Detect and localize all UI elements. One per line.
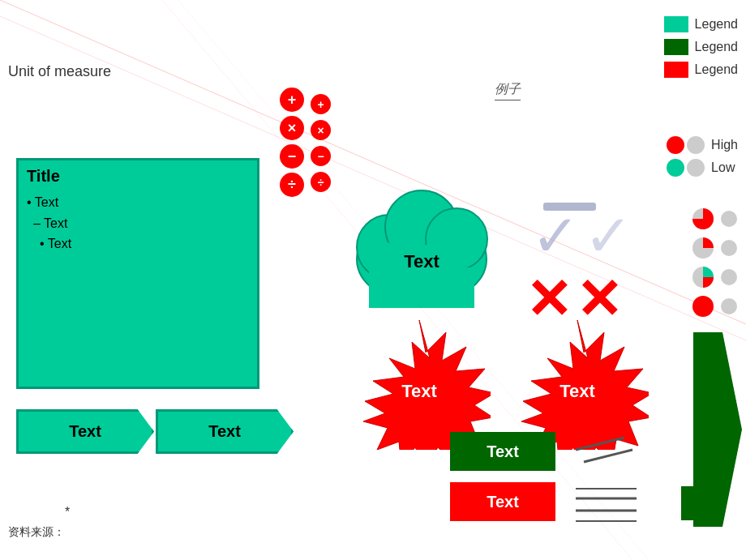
legend-box-1 [664,16,688,32]
green-text: Text [487,442,519,461]
op-minus-right: − [311,146,331,166]
small-circle-1 [720,210,738,228]
svg-line-24 [576,438,624,450]
cloud-container: Text [337,170,507,315]
unit-of-measure-label: Unit of measure [8,63,111,80]
pie-row-2 [691,236,738,260]
op-divide-right: ÷ [311,172,331,192]
process-box-left: Text [16,409,154,454]
legend-item-3: Legend [664,62,738,78]
title-box-title: Title [19,160,257,189]
title-box-content: • Text – Text • Text [19,189,257,258]
process-box-right: Text [156,409,294,454]
svg-point-7 [721,240,737,256]
small-circle-3 [720,268,738,286]
bullet-1: • Text [27,192,249,213]
small-circle-4 [720,297,738,315]
pie-chart-4 [691,294,715,318]
svg-text:Text: Text [560,381,595,401]
legend-label-2: Legend [695,40,738,54]
legend-box-2 [664,39,688,55]
parallel-lines-svg [572,434,653,531]
high-legend-item: High [667,136,738,154]
op-plus-right: + [311,94,331,114]
reizi-label: 例子 [495,81,521,100]
footer-star: * [65,505,70,519]
pie-chart-1 [691,207,715,231]
op-times-left: × [280,116,304,140]
starburst-right: Text [507,316,649,450]
high-label: High [711,138,738,152]
low-label: Low [711,160,735,175]
starburst-left-svg: Text [349,316,491,450]
legend-label-3: Legend [695,62,738,77]
checkmarks-area: ✓ ✓ [531,207,632,265]
legend-box-3 [664,62,688,78]
op-divide-left: ÷ [280,173,304,197]
legend-item-1: Legend [664,16,738,32]
cloud-svg: Text [337,170,507,312]
title-box: Title • Text – Text • Text [16,158,259,389]
pie-row-3 [691,265,738,289]
low-legend-item: Low [667,159,738,177]
pie-chart-3 [691,265,715,289]
svg-text:Text: Text [401,381,437,401]
pie-chart-2 [691,236,715,260]
small-circle-2 [720,239,738,257]
op-minus-left: − [280,144,304,169]
process-box: Text Text [16,409,294,454]
svg-line-25 [584,450,632,462]
pie-row-4 [691,294,738,318]
text-box-red: Text [450,482,555,521]
op-plus-left: + [280,88,304,112]
bullet-2: – Text [27,213,249,234]
svg-text:Text: Text [404,251,439,271]
legend-item-2: Legend [664,39,738,55]
starburst-left: Text [349,316,491,450]
svg-rect-18 [369,267,474,308]
legend-label-1: Legend [695,17,738,32]
text-box-green: Text [450,432,555,471]
svg-point-11 [721,298,737,314]
footer-source-label: 资料来源： [8,525,65,540]
svg-point-9 [721,269,737,285]
svg-point-5 [721,211,737,227]
legend-area: Legend Legend Legend [664,16,738,78]
svg-point-10 [692,296,714,317]
checkmark-1: ✓ [531,207,580,265]
starburst-right-svg: Text [507,316,649,450]
pie-row-1 [691,207,738,231]
checkmark-2: ✓ [584,207,632,265]
parallel-lines-area [572,434,653,534]
red-text: Text [487,493,519,511]
hl-legend: High Low [667,136,738,182]
pie-circles-area [691,207,738,318]
bullet-3: • Text [27,233,249,254]
op-times-right: × [311,120,331,140]
